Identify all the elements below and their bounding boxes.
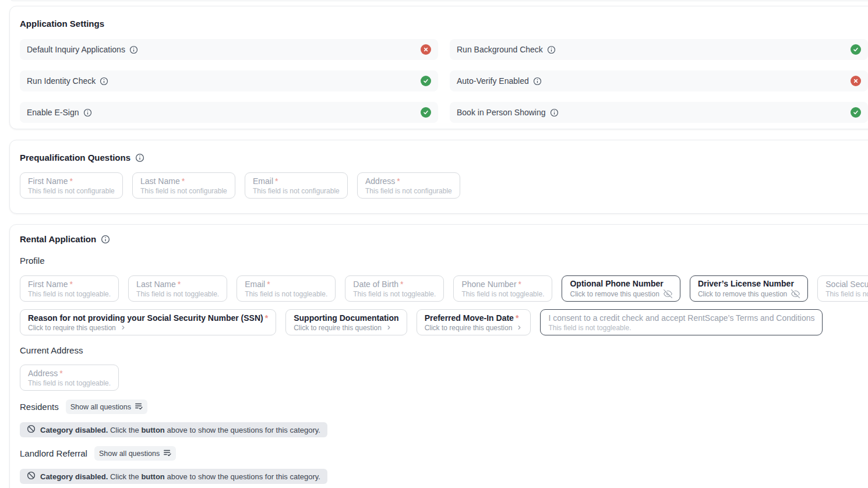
field-card-ssn-reason[interactable]: Reason for not providing your Social Sec…	[20, 309, 276, 335]
required-asterisk: *	[397, 176, 400, 186]
previous-card-bottom-edge	[9, 0, 868, 1]
field-subtitle: This field is not configurable	[365, 187, 452, 195]
show-all-questions-button[interactable]: Show all questions	[66, 399, 147, 414]
prequalification-questions-card: Prequalification Questions First Name* T…	[9, 140, 868, 214]
residents-heading: Residents	[20, 402, 59, 412]
field-card-address: Address* This field is not toggleable.	[20, 365, 119, 391]
setting-label-text: Default Inquiry Applications	[27, 45, 125, 54]
setting-row-run-identity-check: Run Identity Check	[20, 70, 438, 91]
field-title: Phone Number*	[461, 280, 544, 289]
field-card-optional-phone-number[interactable]: Optional Phone Number Click to remove th…	[562, 275, 680, 302]
prequalification-title-text: Prequalification Questions	[20, 153, 130, 162]
field-subtitle: This field is not configurable	[253, 187, 340, 195]
field-subtitle: Click to require this question	[294, 324, 398, 332]
current-address-heading: Current Address	[20, 345, 868, 355]
status-badge[interactable]	[421, 107, 431, 118]
status-badge[interactable]	[851, 44, 861, 55]
prequalification-title: Prequalification Questions	[20, 153, 868, 162]
status-badge[interactable]	[421, 44, 431, 55]
setting-label-text: Auto-Verify Enabled	[457, 76, 529, 86]
field-card-email: Email* This field is not toggleable.	[237, 275, 336, 302]
show-all-questions-label: Show all questions	[70, 403, 131, 411]
rental-application-title-text: Rental Application	[20, 234, 96, 244]
required-asterisk: *	[178, 280, 181, 289]
chevron-right-icon	[120, 324, 126, 331]
field-card-drivers-license-number[interactable]: Driver’s License Number Click to remove …	[690, 275, 808, 302]
field-subtitle: Click to require this question	[28, 324, 268, 332]
field-card-date-of-birth: Date of Birth* This field is not togglea…	[345, 275, 444, 302]
eye-off-icon	[664, 289, 672, 298]
info-icon[interactable]	[83, 108, 92, 117]
rental-application-title: Rental Application	[20, 234, 868, 244]
field-title: Address*	[28, 369, 111, 378]
field-card-last-name: Last Name* This field is not toggleable.	[128, 275, 227, 302]
setting-label-text: Enable E-Sign	[27, 108, 79, 117]
status-badge[interactable]	[851, 107, 861, 118]
info-icon[interactable]	[550, 108, 559, 117]
list-check-icon	[163, 448, 171, 458]
field-title: Date of Birth*	[353, 280, 436, 289]
application-settings-title: Application Settings	[20, 19, 868, 29]
profile-fields-row-2: Reason for not providing your Social Sec…	[20, 309, 868, 335]
field-card-phone-number: Phone Number* This field is not toggleab…	[453, 275, 552, 302]
required-asterisk: *	[265, 313, 268, 323]
field-title: Preferred Move-In Date*	[425, 313, 523, 323]
field-title: First Name*	[28, 280, 111, 289]
field-subtitle: This field is not configurable	[140, 187, 227, 195]
profile-heading: Profile	[20, 256, 868, 266]
rental-application-card: Rental Application Profile First Name* T…	[9, 224, 868, 488]
status-badge[interactable]	[421, 76, 431, 86]
setting-label: Default Inquiry Applications	[27, 45, 138, 54]
field-card-first-name: First Name* This field is not toggleable…	[20, 275, 119, 302]
required-asterisk: *	[69, 176, 72, 186]
settings-grid: Default Inquiry Applications Run Backgro…	[20, 39, 868, 123]
field-title: I consent to a credit check and accept R…	[548, 313, 814, 323]
field-card-preferred-move-in-date[interactable]: Preferred Move-In Date* Click to require…	[417, 309, 531, 335]
category-disabled-banner: Category disabled. Click the button abov…	[20, 469, 327, 484]
info-icon[interactable]	[135, 153, 144, 162]
status-badge[interactable]	[851, 76, 861, 86]
ban-icon	[27, 471, 36, 482]
setting-label: Auto-Verify Enabled	[457, 76, 542, 86]
setting-row-enable-e-sign: Enable E-Sign	[20, 102, 438, 123]
field-title: Last Name*	[140, 176, 227, 186]
info-icon[interactable]	[101, 235, 110, 244]
application-settings-title-text: Application Settings	[20, 19, 104, 29]
landlord-referral-heading: Landlord Referral	[20, 448, 87, 458]
application-settings-card: Application Settings Default Inquiry App…	[9, 6, 868, 129]
field-title: Email*	[253, 176, 340, 186]
category-disabled-banner: Category disabled. Click the button abov…	[20, 422, 327, 437]
info-icon[interactable]	[547, 45, 556, 54]
field-title: Social Security Number	[825, 280, 868, 289]
field-subtitle: Click to require this question	[425, 324, 523, 332]
field-title: Supporting Documentation	[294, 313, 398, 323]
setting-label-text: Run Background Check	[457, 45, 543, 54]
required-asterisk: *	[59, 369, 62, 378]
field-title: Reason for not providing your Social Sec…	[28, 313, 268, 323]
setting-row-auto-verify-enabled: Auto-Verify Enabled	[450, 70, 868, 91]
category-disabled-text: Category disabled. Click the button abov…	[40, 426, 320, 434]
info-icon[interactable]	[129, 45, 138, 54]
required-asterisk: *	[182, 176, 185, 186]
field-card-social-security-number: Social Security Number This field is not…	[817, 275, 868, 302]
required-asterisk: *	[516, 313, 518, 323]
info-icon[interactable]	[100, 77, 108, 86]
field-subtitle: This field is not toggleable.	[136, 290, 219, 298]
setting-label: Run Background Check	[457, 45, 556, 54]
info-icon[interactable]	[533, 77, 542, 86]
field-subtitle: This field is not configurable	[28, 187, 115, 195]
field-subtitle: This field is not toggleable.	[825, 290, 868, 298]
setting-label-text: Book in Person Showing	[457, 108, 546, 117]
show-all-questions-button[interactable]: Show all questions	[94, 446, 176, 461]
show-all-questions-label: Show all questions	[99, 450, 160, 458]
field-title: Address*	[365, 176, 452, 186]
list-check-icon	[135, 402, 143, 412]
chevron-right-icon	[516, 324, 523, 331]
field-subtitle: This field is not toggleable.	[28, 290, 111, 298]
field-card-supporting-documentation[interactable]: Supporting Documentation Click to requir…	[285, 309, 407, 335]
required-asterisk: *	[275, 176, 278, 186]
setting-label: Enable E-Sign	[27, 108, 92, 117]
setting-label: Run Identity Check	[27, 76, 108, 86]
profile-fields-row-1: First Name* This field is not toggleable…	[20, 275, 868, 302]
prequalification-fields-row: First Name* This field is not configurab…	[20, 172, 868, 199]
